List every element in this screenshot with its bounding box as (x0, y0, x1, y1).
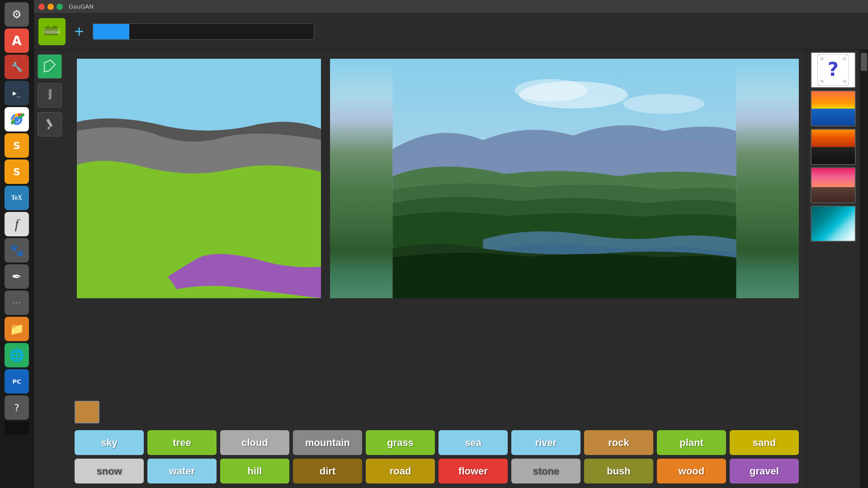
dock-icon-chrome[interactable] (5, 107, 29, 131)
svg-point-18 (820, 80, 824, 83)
dock-icon-font[interactable]: A (5, 28, 29, 53)
label-flower[interactable]: flower (439, 459, 508, 483)
progress-bar (93, 23, 314, 40)
label-rock[interactable]: rock (584, 430, 653, 455)
dock-icon-gimp[interactable]: 🐾 (5, 238, 29, 263)
dock-icon-fontviewer[interactable]: f (5, 212, 29, 236)
generated-canvas (330, 59, 799, 298)
thumbnail-mountain-dark[interactable] (811, 129, 856, 165)
svg-rect-5 (43, 28, 61, 34)
dock-icon-bottom (5, 422, 29, 434)
label-dirt[interactable]: dirt (293, 459, 362, 483)
label-river[interactable]: river (511, 430, 580, 455)
label-mountain[interactable]: mountain (293, 430, 362, 455)
dock-icon-settings[interactable]: ⚙ (5, 2, 29, 27)
label-plant[interactable]: plant (657, 430, 726, 455)
label-snow[interactable]: snow (75, 459, 144, 483)
svg-point-2 (14, 117, 19, 122)
svg-point-19 (843, 80, 846, 83)
dock-icon-pc[interactable]: PC (5, 369, 29, 394)
svg-point-12 (515, 79, 587, 102)
label-water[interactable]: water (147, 459, 217, 483)
dock-icon-tools[interactable]: 🔧 (5, 55, 29, 79)
thumbnail-wave[interactable] (811, 206, 856, 242)
labels-area: sky tree cloud mountain grass sea river … (70, 426, 801, 488)
label-bush[interactable]: bush (584, 459, 653, 483)
progress-fill (93, 24, 129, 39)
dock-icon-stylus[interactable]: ✒ (5, 264, 29, 289)
tool-panel (34, 50, 66, 488)
close-button[interactable] (38, 4, 45, 10)
label-sand[interactable]: sand (730, 430, 799, 455)
generated-image (330, 59, 799, 298)
label-sky[interactable]: sky (75, 430, 144, 455)
center-area: sky tree cloud mountain grass sea river … (66, 50, 806, 488)
label-wood[interactable]: wood (657, 459, 726, 483)
svg-point-16 (820, 57, 824, 61)
drawing-canvas[interactable] (77, 59, 321, 298)
bottom-panel: sky tree cloud mountain grass sea river … (66, 396, 806, 488)
minimize-button[interactable] (47, 4, 54, 10)
scrollbar-right[interactable] (860, 50, 868, 488)
pencil-tool-button[interactable] (38, 112, 62, 136)
labels-row-1: sky tree cloud mountain grass sea river … (75, 430, 799, 455)
svg-point-17 (843, 57, 846, 61)
label-grass[interactable]: grass (366, 430, 435, 455)
brush-tool-button[interactable] (38, 83, 62, 108)
fill-tool-button[interactable] (38, 54, 62, 79)
label-hill[interactable]: hill (220, 459, 289, 483)
color-palette (70, 399, 801, 426)
dock-icon-tex[interactable]: TeX (5, 186, 29, 210)
right-panel: ? (806, 50, 868, 488)
add-button[interactable]: + (70, 23, 88, 41)
svg-text:?: ? (827, 58, 838, 80)
dock-icon-sublime1[interactable]: S (5, 133, 29, 158)
dock-icon-terminal[interactable]: ▶_ (5, 81, 29, 105)
label-stone[interactable]: stone (511, 459, 580, 483)
thumbnails-panel: ? (806, 50, 860, 488)
dock-icon-sublime2[interactable]: S (5, 160, 29, 184)
title-bar: GauGAN (34, 0, 868, 14)
svg-rect-7 (46, 119, 52, 127)
thumbnail-warm-sunset[interactable] (811, 167, 856, 203)
dock-icon-dots[interactable]: ··· (5, 291, 29, 315)
labels-row-2: snow water hill dirt road flower stone b… (75, 459, 799, 483)
svg-point-13 (623, 94, 705, 114)
label-sea[interactable]: sea (439, 430, 508, 455)
progress-empty (129, 24, 314, 39)
system-dock: ⚙ A 🔧 ▶_ S S TeX f 🐾 ✒ ··· 📁 🌐 PC ? (0, 0, 34, 488)
canvases-wrapper (66, 50, 806, 396)
label-cloud[interactable]: cloud (220, 430, 289, 455)
scrollbar-thumb[interactable] (861, 53, 867, 71)
dock-icon-help[interactable]: ? (5, 395, 29, 420)
svg-marker-8 (47, 126, 51, 130)
nvidia-logo: NVIDIA (38, 18, 66, 45)
label-gravel[interactable]: gravel (730, 459, 799, 483)
thumbnail-sunset[interactable] (811, 90, 856, 127)
dock-icon-globe[interactable]: 🌐 (5, 343, 29, 367)
label-road[interactable]: road (366, 459, 435, 483)
toolbar: NVIDIA + (34, 14, 868, 50)
window-title: GauGAN (69, 3, 94, 10)
label-tree[interactable]: tree (147, 430, 217, 455)
app-body: sky tree cloud mountain grass sea river … (34, 50, 868, 488)
thumbnail-random[interactable]: ? (811, 52, 856, 88)
maximize-button[interactable] (57, 4, 63, 10)
selected-color-display (75, 401, 99, 423)
app-window: GauGAN NVIDIA + (34, 0, 868, 488)
svg-rect-6 (49, 89, 52, 98)
dock-icon-filemanager[interactable]: 📁 (5, 317, 29, 341)
window-controls (38, 4, 63, 10)
